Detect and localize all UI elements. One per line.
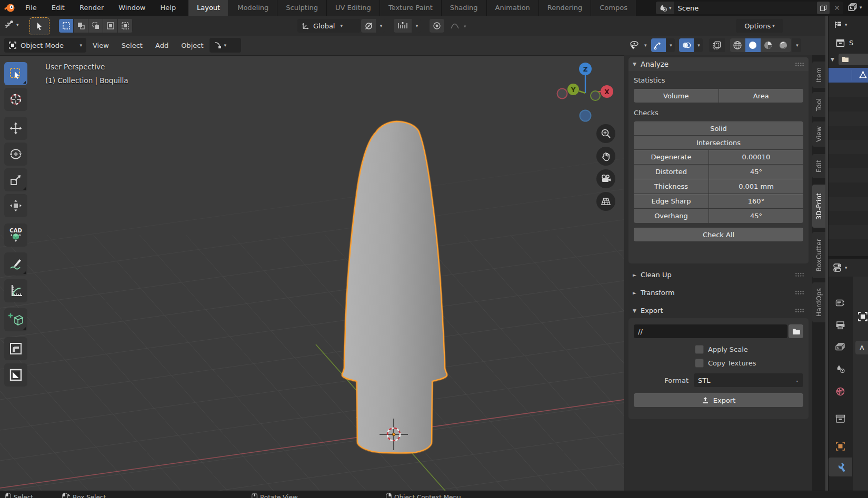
export-path-input[interactable]: // xyxy=(634,324,787,338)
shading-dropdown[interactable]: ▾ xyxy=(792,38,801,52)
outliner-row[interactable] xyxy=(829,168,868,182)
outliner-row[interactable] xyxy=(829,126,868,140)
edge-sharp-value[interactable]: 160° xyxy=(709,194,803,208)
shading-solid-icon[interactable] xyxy=(745,38,761,52)
snap-increment-icon[interactable] xyxy=(394,19,412,33)
viewport-menu-view[interactable]: View xyxy=(86,36,115,55)
properties-tab-modifiers[interactable] xyxy=(829,458,852,476)
tool-measure[interactable] xyxy=(4,279,27,302)
check-edge-sharp-button[interactable]: Edge Sharp xyxy=(634,194,709,208)
tool-annotate[interactable] xyxy=(4,252,27,276)
mode-dropdown[interactable]: Object Mode ▾ xyxy=(4,38,86,53)
tab-tool[interactable]: Tool xyxy=(812,92,825,117)
export-button[interactable]: Export xyxy=(634,393,803,407)
tool-transform[interactable] xyxy=(4,194,27,217)
outliner-row[interactable] xyxy=(829,211,868,225)
workspace-tab-texture-paint[interactable]: Texture Paint xyxy=(380,0,442,16)
scene-datablock-icon[interactable]: ▾ xyxy=(656,2,674,14)
outliner-collection-row[interactable]: ▼ xyxy=(831,54,868,65)
snap-options-dropdown[interactable]: ▾ xyxy=(376,19,385,33)
gizmo-neg-x[interactable] xyxy=(557,89,567,99)
show-gizmo-icon[interactable] xyxy=(625,38,643,52)
outliner-row[interactable] xyxy=(829,111,868,126)
properties-editor-type-button[interactable]: ▾ xyxy=(833,263,847,272)
properties-tab-render[interactable] xyxy=(829,293,852,312)
apply-scale-checkbox[interactable] xyxy=(695,345,704,354)
clean-up-section-header[interactable]: ► Clean Up xyxy=(628,268,809,282)
workspace-tab-rendering[interactable]: Rendering xyxy=(539,0,591,16)
editor-type-button[interactable]: ▾ xyxy=(4,19,19,30)
menu-render[interactable]: Render xyxy=(72,0,111,16)
new-scene-button[interactable] xyxy=(817,2,830,14)
shading-material-icon[interactable] xyxy=(761,38,776,52)
add-modifier-button-clipped[interactable]: A xyxy=(855,341,868,354)
tool-move[interactable] xyxy=(4,117,27,140)
properties-tab-object[interactable] xyxy=(829,436,852,455)
outliner-selected-object-row[interactable] xyxy=(829,68,868,83)
transform-section-header[interactable]: ► Transform xyxy=(628,286,809,300)
shading-wireframe-icon[interactable] xyxy=(730,38,745,52)
proportional-falloff-dropdown[interactable]: ▾ xyxy=(447,19,466,33)
select-mode-set[interactable] xyxy=(59,19,74,33)
workspace-tab-modeling[interactable]: Modeling xyxy=(229,0,277,16)
tool-add-cube[interactable] xyxy=(4,308,27,331)
snap-toggle[interactable] xyxy=(361,19,376,33)
menu-edit[interactable]: Edit xyxy=(44,0,72,16)
outliner-scene-collection-row[interactable]: S xyxy=(836,39,853,47)
options-button[interactable]: Options ▾ xyxy=(736,19,783,33)
navigation-gizmo[interactable]: Z Y X xyxy=(547,59,626,127)
menu-file[interactable]: File xyxy=(18,0,44,16)
outliner-row[interactable] xyxy=(829,225,868,239)
properties-tab-world[interactable] xyxy=(829,382,852,401)
outliner-row[interactable] xyxy=(829,97,868,111)
tab-boxcutter[interactable]: BoxCutter xyxy=(812,232,825,278)
proportional-edit-toggle[interactable] xyxy=(430,19,444,33)
zoom-view-button[interactable] xyxy=(596,124,615,143)
thickness-value[interactable]: 0.001 mm xyxy=(709,179,803,194)
outliner-row[interactable] xyxy=(829,154,868,168)
outliner-row[interactable] xyxy=(829,197,868,211)
file-browse-button[interactable] xyxy=(789,324,803,338)
workspace-tab-sculpting[interactable]: Sculpting xyxy=(277,0,327,16)
active-tool-indicator[interactable] xyxy=(29,17,49,35)
overlays-dropdown[interactable]: ▾ xyxy=(694,38,703,52)
blender-logo-icon[interactable] xyxy=(4,2,16,14)
properties-tab-output[interactable] xyxy=(829,316,852,334)
tab-item[interactable]: Item xyxy=(812,62,825,88)
check-distorted-button[interactable]: Distorted xyxy=(634,165,709,179)
xray-toggle[interactable] xyxy=(709,38,725,52)
tab-hardops[interactable]: HardOps xyxy=(812,282,825,322)
select-mode-intersect[interactable] xyxy=(118,19,133,33)
properties-tab-view-layer[interactable] xyxy=(829,338,852,357)
tool-boxcutter-corner[interactable] xyxy=(4,337,27,360)
area-button[interactable]: Area xyxy=(719,89,804,103)
tool-scale[interactable] xyxy=(4,168,27,191)
outliner-editor-type-button[interactable]: ▾ xyxy=(834,20,847,29)
workspace-tab-compositing[interactable]: Compos xyxy=(591,0,636,16)
viewport-menu-select[interactable]: Select xyxy=(115,36,149,55)
outliner-row[interactable] xyxy=(829,239,868,253)
workspace-tab-animation[interactable]: Animation xyxy=(487,0,539,16)
menu-help[interactable]: Help xyxy=(153,0,184,16)
tab-edit[interactable]: Edit xyxy=(812,154,825,178)
view-layer-selector[interactable]: ▾ xyxy=(847,2,862,13)
drag-grip-icon[interactable] xyxy=(795,62,804,67)
scene-selector[interactable]: ▾ Scene ✕ xyxy=(656,2,843,14)
properties-tab-collection[interactable] xyxy=(829,409,852,428)
properties-tab-scene[interactable] xyxy=(829,360,852,379)
tool-boxcutter-cut[interactable] xyxy=(4,363,27,387)
distorted-value[interactable]: 45° xyxy=(709,165,803,179)
check-thickness-button[interactable]: Thickness xyxy=(634,179,709,194)
camera-view-button[interactable] xyxy=(596,169,615,188)
unlink-scene-button[interactable]: ✕ xyxy=(831,2,843,14)
menu-window[interactable]: Window xyxy=(111,0,153,16)
degenerate-value[interactable]: 0.00010 xyxy=(709,150,803,164)
gizmo-neg-z[interactable] xyxy=(580,110,591,121)
model-boquilla[interactable] xyxy=(342,121,447,453)
viewport-menu-object[interactable]: Object xyxy=(175,36,209,55)
outliner-row[interactable] xyxy=(829,182,868,197)
overlays-toggle[interactable] xyxy=(679,38,694,52)
overhang-value[interactable]: 45° xyxy=(709,209,803,223)
tool-cursor[interactable] xyxy=(4,88,27,111)
scene-name[interactable]: Scene xyxy=(674,4,816,12)
